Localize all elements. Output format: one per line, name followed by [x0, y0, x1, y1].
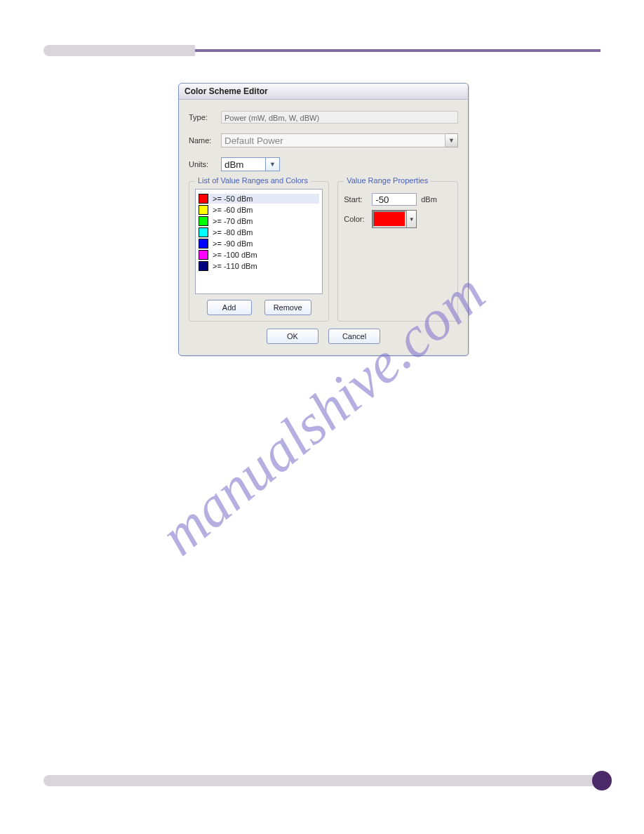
range-label: >= -80 dBm [213, 228, 253, 237]
color-row: Color: ▼ [344, 210, 452, 228]
range-label: >= -70 dBm [213, 217, 253, 225]
type-field: Power (mW, dBm, W, dBW) [221, 111, 458, 124]
remove-button[interactable]: Remove [264, 300, 311, 315]
units-label: Units: [189, 160, 221, 168]
range-label: >= -110 dBm [213, 262, 257, 270]
ranges-group: List of Value Ranges and Colors >= -50 d… [189, 181, 329, 322]
color-swatch [199, 216, 208, 226]
color-value [373, 211, 406, 227]
list-item[interactable]: >= -110 dBm [199, 261, 319, 271]
range-label: >= -60 dBm [213, 206, 253, 214]
color-swatch [199, 194, 208, 204]
dialog-body: Type: Power (mW, dBm, W, dBW) Name: ▼ Un… [179, 100, 468, 355]
color-swatch [199, 227, 208, 237]
color-picker[interactable]: ▼ [372, 210, 417, 228]
units-row: Units: ▼ [189, 157, 458, 171]
type-row: Type: Power (mW, dBm, W, dBW) [189, 111, 458, 124]
range-label: >= -50 dBm [213, 194, 253, 203]
ranges-legend: List of Value Ranges and Colors [195, 176, 311, 185]
list-item[interactable]: >= -80 dBm [199, 227, 319, 237]
properties-legend: Value Range Properties [344, 176, 431, 185]
list-item[interactable]: >= -100 dBm [199, 250, 319, 260]
color-swatch [199, 205, 208, 215]
list-item[interactable]: >= -90 dBm [199, 239, 319, 249]
dialog-buttons: OK Cancel [189, 322, 458, 352]
name-label: Name: [189, 136, 221, 145]
range-label: >= -100 dBm [213, 251, 257, 259]
cancel-button[interactable]: Cancel [328, 329, 380, 344]
color-swatch [199, 250, 208, 260]
type-label: Type: [189, 113, 221, 121]
range-label: >= -90 dBm [213, 239, 253, 248]
color-scheme-editor-dialog: Color Scheme Editor Type: Power (mW, dBm… [178, 83, 469, 356]
list-item[interactable]: >= -60 dBm [199, 205, 319, 215]
header-bar-right [195, 49, 601, 52]
list-item[interactable]: >= -70 dBm [199, 216, 319, 226]
header-bar-left [43, 45, 195, 56]
name-combobox[interactable]: ▼ [221, 133, 458, 147]
chevron-down-icon[interactable]: ▼ [266, 157, 280, 171]
chevron-down-icon[interactable]: ▼ [445, 133, 458, 147]
page-number-dot [592, 771, 612, 790]
dialog-title: Color Scheme Editor [179, 84, 468, 100]
range-buttons: Add Remove [195, 300, 323, 315]
name-row: Name: ▼ [189, 133, 458, 147]
start-unit: dBm [421, 195, 437, 204]
start-input[interactable] [372, 193, 417, 206]
units-input[interactable] [221, 157, 266, 171]
properties-group: Value Range Properties Start: dBm Color:… [337, 181, 458, 322]
start-label: Start: [344, 195, 372, 204]
ok-button[interactable]: OK [267, 329, 318, 344]
start-row: Start: dBm [344, 193, 452, 206]
color-label: Color: [344, 215, 372, 223]
footer-bar [43, 775, 602, 786]
groups-row: List of Value Ranges and Colors >= -50 d… [189, 181, 458, 322]
list-item[interactable]: >= -50 dBm [199, 194, 319, 204]
name-input [221, 133, 445, 147]
color-swatch [199, 261, 208, 271]
color-swatch [199, 239, 208, 249]
units-combobox[interactable]: ▼ [221, 157, 281, 171]
add-button[interactable]: Add [207, 300, 252, 315]
ranges-listbox[interactable]: >= -50 dBm >= -60 dBm >= -70 dBm >= -80 … [195, 189, 323, 294]
chevron-down-icon[interactable]: ▼ [406, 211, 416, 227]
